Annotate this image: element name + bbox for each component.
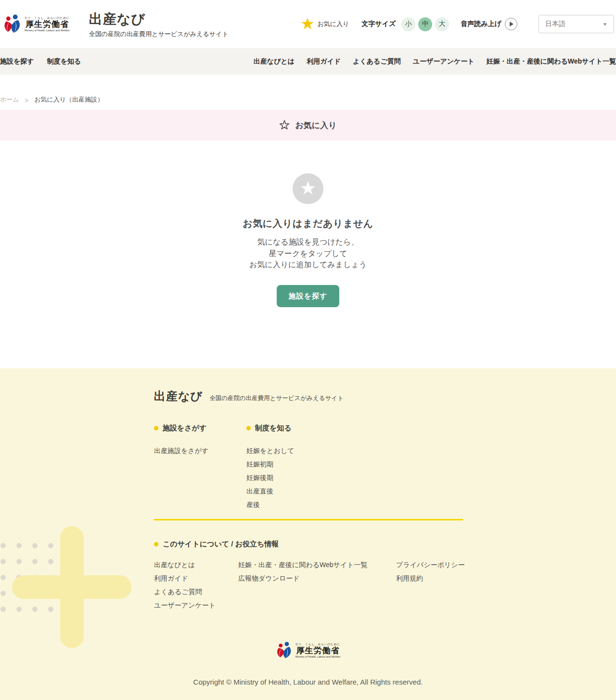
footer-link-faq[interactable]: よくあるご質問 [154, 585, 238, 598]
mhlw-name-en: Ministry of Health, Labour and Welfare [25, 29, 70, 32]
site-title-block[interactable]: 出産なび 全国の産院の出産費用とサービスがみえるサイト [89, 10, 229, 39]
footer-divider [154, 519, 463, 520]
mhlw-tagline: ひと、くらし、みらいのために [25, 16, 70, 20]
footer-link-downloads[interactable]: 広報物ダウンロード [238, 571, 396, 585]
header-utilities: お気に入り 文字サイズ 小 中 大 音声読み上げ 日本語 ▼ [301, 15, 616, 33]
star-outline-icon [279, 120, 290, 130]
text-size-label: 文字サイズ [361, 20, 396, 28]
footer-mhlw-name: 厚生労働省 [296, 646, 340, 656]
footer-site-subtitle: 全国の産院の出産費用とサービスがみえるサイト [209, 394, 344, 404]
footer-mhlw-tagline: ひと、くらし、みらいのために [295, 643, 340, 646]
footer-link-about[interactable]: 出産なびとは [154, 558, 238, 571]
plus-decoration-icon [60, 526, 84, 648]
bullet-dot-icon [246, 426, 251, 430]
copyright-text: Copyright © Ministry of Health, Labour a… [0, 678, 616, 686]
mhlw-name: 厚生労働省 [26, 20, 69, 29]
footer-site-title: 出産なび [154, 389, 203, 404]
text-size-medium-button[interactable]: 中 [418, 17, 432, 31]
empty-state-message: 気になる施設を見つけたら、 星マークをタップして お気に入りに追加してみましょう [249, 236, 367, 271]
main-nav: 施設を探す 制度を知る 出産なびとは 利用ガイド よくあるご質問 ユーザーアンケ… [0, 48, 616, 75]
footer-link-late-pregnancy[interactable]: 妊娠後期 [246, 471, 295, 484]
footer-link-privacy[interactable]: プライバシーポリシー [396, 558, 465, 571]
text-size-small-button[interactable]: 小 [401, 17, 415, 31]
text-to-speech-button[interactable]: 音声読み上げ [461, 18, 517, 30]
breadcrumb: ホーム > お気に入り（出産施設） [0, 75, 616, 110]
footer-link-early-pregnancy[interactable]: 妊娠初期 [246, 457, 295, 471]
footer-heading-facility: 施設をさがす [154, 424, 246, 433]
footer-link-websites[interactable]: 妊娠・出産・産後に関わるWebサイト一覧 [238, 558, 396, 571]
play-icon [505, 18, 517, 30]
language-select[interactable]: 日本語 ▼ [539, 15, 614, 33]
bullet-dot-icon [154, 542, 158, 546]
language-value: 日本語 [545, 20, 565, 28]
footer-link-survey[interactable]: ユーザーアンケート [154, 598, 238, 612]
star-circle-icon [293, 173, 323, 204]
page-title: お気に入り [295, 120, 336, 131]
breadcrumb-separator: > [25, 97, 29, 104]
nav-item-about[interactable]: 出産なびとは [254, 57, 295, 66]
nav-item-know-system[interactable]: 制度を知る [47, 57, 81, 66]
mhlw-emblem-icon [276, 642, 292, 659]
footer-link-guide[interactable]: 利用ガイド [154, 571, 238, 585]
footer-link-through-pregnancy[interactable]: 妊娠をとおして [246, 444, 295, 457]
text-size-large-button[interactable]: 大 [435, 17, 449, 31]
footer-link-terms[interactable]: 利用規約 [396, 571, 465, 585]
star-icon [301, 17, 314, 31]
footer-link-search-facility[interactable]: 出産施設をさがす [154, 444, 246, 457]
footer-mhlw-logo[interactable]: ひと、くらし、みらいのために 厚生労働省 Ministry of Health,… [276, 642, 341, 659]
footer-heading-system: 制度を知る [246, 424, 295, 433]
footer-link-postpartum[interactable]: 産後 [246, 498, 295, 511]
footer-link-after-birth[interactable]: 出産直後 [246, 484, 295, 498]
breadcrumb-home[interactable]: ホーム [0, 95, 19, 104]
site-subtitle: 全国の産院の出産費用とサービスがみえるサイト [89, 30, 229, 39]
mhlw-emblem-icon [3, 14, 21, 34]
favorites-label: お気に入り [317, 20, 349, 28]
page-banner: お気に入り [0, 110, 616, 141]
nav-item-search-facility[interactable]: 施設を探す [0, 57, 34, 66]
site-footer: 出産なび 全国の産院の出産費用とサービスがみえるサイト 施設をさがす 出産施設を… [0, 368, 616, 700]
nav-item-faq[interactable]: よくあるご質問 [353, 57, 401, 66]
tts-label: 音声読み上げ [461, 20, 501, 28]
search-facility-button[interactable]: 施設を探す [277, 285, 339, 307]
site-header: ひと、くらし、みらいのために 厚生労働省 Ministry of Health,… [0, 0, 616, 48]
empty-state-title: お気に入りはまだありません [243, 217, 373, 230]
site-title: 出産なび [89, 10, 229, 28]
chevron-down-icon: ▼ [603, 22, 607, 27]
favorites-link[interactable]: お気に入り [301, 17, 349, 31]
footer-mhlw-name-en: Ministry of Health, Labour and Welfare [295, 655, 341, 658]
bullet-dot-icon [154, 426, 158, 430]
nav-item-websites[interactable]: 妊娠・出産・産後に関わるWebサイト一覧 [487, 57, 616, 66]
nav-item-survey[interactable]: ユーザーアンケート [413, 57, 475, 66]
breadcrumb-current: お気に入り（出産施設） [34, 95, 103, 104]
favorites-empty-state: お気に入りはまだありません 気になる施設を見つけたら、 星マークをタップして お… [0, 141, 616, 368]
mhlw-logo[interactable]: ひと、くらし、みらいのために 厚生労働省 Ministry of Health,… [3, 14, 70, 34]
nav-item-guide[interactable]: 利用ガイド [307, 57, 341, 66]
